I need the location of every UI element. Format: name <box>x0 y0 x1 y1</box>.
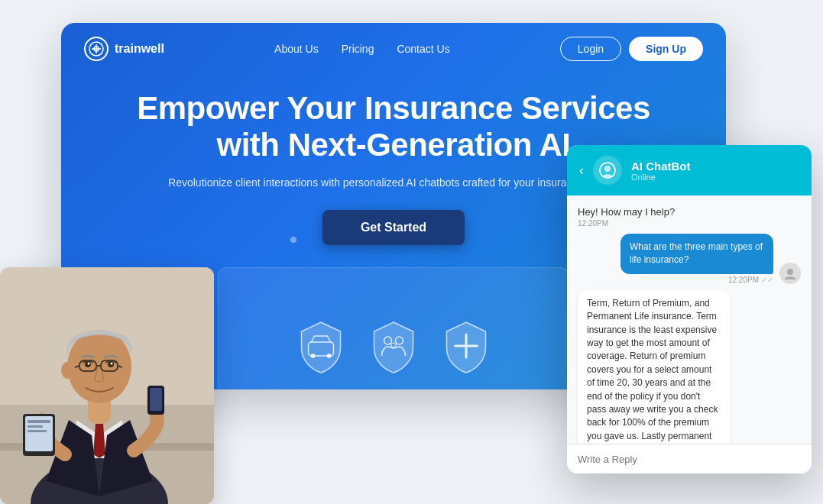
nav-buttons: Login Sign Up <box>560 37 703 61</box>
login-button[interactable]: Login <box>560 37 621 61</box>
nav-contact[interactable]: Contact Us <box>397 43 449 55</box>
chat-header: ‹ AI ChatBot Online <box>567 145 812 195</box>
greeting-time: 12:20PM <box>578 219 801 228</box>
svg-point-33 <box>61 362 73 379</box>
bot-greeting-text: Hey! How may I help? <box>578 206 801 218</box>
bot-greeting-container: Hey! How may I help? 12:20PM <box>578 206 801 228</box>
user-bubble-1: What are the three main types of life in… <box>620 234 773 274</box>
svg-rect-47 <box>28 420 50 423</box>
shields-row <box>296 319 491 374</box>
chat-input-area <box>567 444 812 473</box>
logo: trainwell <box>84 37 164 61</box>
chat-window: ‹ AI ChatBot Online Hey! How may I help?… <box>567 145 812 473</box>
person-photo-bg <box>0 267 214 504</box>
chat-bot-name: AI ChatBot <box>631 160 799 173</box>
bot-message-1: Term, Return of Premium, and Permanent L… <box>578 290 801 444</box>
svg-point-24 <box>604 166 611 172</box>
get-started-button[interactable]: Get Started <box>322 210 465 245</box>
logo-icon <box>84 37 109 61</box>
svg-rect-48 <box>28 425 43 428</box>
user-avatar-1 <box>779 263 801 284</box>
car-shield <box>296 319 346 374</box>
svg-point-36 <box>88 363 90 365</box>
svg-point-37 <box>111 363 113 365</box>
medical-shield <box>442 319 491 374</box>
bot-bubble-1: Term, Return of Premium, and Permanent L… <box>578 290 731 444</box>
svg-point-4 <box>311 354 316 358</box>
nav-links: About Us Pricing Contact Us <box>274 43 450 55</box>
signup-button[interactable]: Sign Up <box>629 37 703 61</box>
chat-bot-avatar <box>593 156 622 185</box>
user-message-1: What are the three main types of life in… <box>578 234 801 284</box>
nav-pricing[interactable]: Pricing <box>342 43 374 55</box>
navbar: trainwell About Us Pricing Contact Us Lo… <box>61 23 726 75</box>
svg-point-5 <box>327 354 332 358</box>
nav-about[interactable]: About Us <box>274 43 319 55</box>
family-shield <box>369 319 419 374</box>
chat-input[interactable] <box>578 454 801 465</box>
user-time-1: 12:20PM ✓✓ <box>620 276 773 284</box>
svg-rect-49 <box>28 430 47 432</box>
brand-name: trainwell <box>115 42 164 56</box>
svg-point-25 <box>787 269 793 275</box>
chat-status: Online <box>631 173 799 182</box>
chat-messages: Hey! How may I help? 12:20PM What are th… <box>567 195 812 444</box>
chat-back-button[interactable]: ‹ <box>579 163 584 177</box>
svg-rect-44 <box>150 388 162 411</box>
chat-info: AI ChatBot Online <box>631 160 799 182</box>
person-svg <box>0 267 214 504</box>
person-photo <box>0 267 214 504</box>
